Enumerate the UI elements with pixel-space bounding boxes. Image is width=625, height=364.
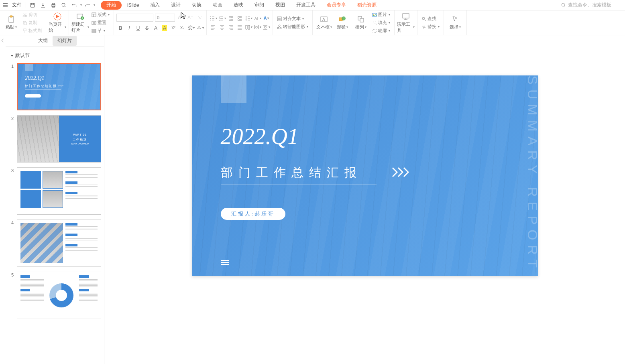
- tab-insert[interactable]: 插入: [145, 0, 165, 10]
- align-text-button[interactable]: 对齐文本▾: [275, 15, 310, 22]
- section-button[interactable]: 节▾: [90, 27, 111, 35]
- slide-thumb-5[interactable]: 5: [7, 269, 104, 321]
- tab-member[interactable]: 会员专享: [321, 0, 352, 10]
- undo-dropdown[interactable]: ▾: [80, 3, 82, 7]
- slide-title[interactable]: 部门工作总结汇报: [221, 165, 362, 181]
- distribute-v-icon[interactable]: ▾: [262, 23, 270, 31]
- fill-button[interactable]: 填充▾: [371, 19, 392, 26]
- copy-button[interactable]: 复制: [21, 19, 43, 26]
- undo-icon[interactable]: [69, 1, 79, 10]
- slide-thumb-2[interactable]: 2 PART 01 工作概况 WORK OVERVIEW: [7, 113, 104, 165]
- replace-button[interactable]: 替换▾: [420, 23, 441, 31]
- superscript-icon[interactable]: X²: [169, 24, 177, 32]
- svg-text:A: A: [254, 16, 257, 20]
- svg-point-21: [210, 16, 211, 17]
- tab-devtools[interactable]: 开发工具: [291, 0, 321, 10]
- svg-rect-41: [373, 29, 376, 33]
- smartart-button[interactable]: 转智能图形▾: [275, 23, 310, 31]
- align-justify-icon[interactable]: [236, 23, 244, 31]
- picture-button[interactable]: 图片▾: [371, 11, 392, 18]
- font-name-combo[interactable]: [116, 14, 153, 22]
- hamburger-icon: [221, 260, 230, 266]
- slide-thumb-1[interactable]: 1 2022.Q1 部门工作总结汇报 >>>: [7, 61, 104, 113]
- tab-docer[interactable]: 稻壳资源: [352, 0, 382, 10]
- font-size-combo[interactable]: 0: [155, 14, 175, 22]
- italic-icon[interactable]: I: [125, 24, 133, 32]
- outline-tab[interactable]: 大纲: [33, 36, 53, 46]
- font-color-icon[interactable]: A: [152, 24, 160, 32]
- collapse-panel-icon[interactable]: [0, 35, 6, 364]
- qat-customize[interactable]: ▾: [94, 3, 95, 7]
- increase-font-icon[interactable]: A⁺: [177, 14, 185, 22]
- slide-canvas-area[interactable]: 2022.Q1 部门工作总结汇报 汇报人:郝乐哥 SUMMARY REPORT: [104, 35, 625, 364]
- app-menu-icon[interactable]: [2, 2, 9, 9]
- align-left-icon[interactable]: [209, 23, 217, 31]
- distribute-h-icon[interactable]: ▾: [253, 23, 261, 31]
- font-effects-icon[interactable]: ▾: [196, 24, 204, 32]
- file-menu[interactable]: 文件: [10, 2, 24, 8]
- svg-rect-42: [403, 14, 409, 18]
- shape-button[interactable]: 形状▾: [334, 12, 351, 34]
- svg-rect-19: [92, 29, 96, 31]
- clear-format-icon[interactable]: [196, 14, 204, 22]
- line-spacing-icon[interactable]: ▾: [244, 14, 252, 22]
- slides-list[interactable]: 默认节 1 2022.Q1 部门工作总结汇报 >>> 2 P: [6, 47, 104, 364]
- new-slide-button[interactable]: 新建幻灯片▾: [71, 12, 89, 34]
- select-button[interactable]: 选择▾: [446, 12, 464, 34]
- slide-year[interactable]: 2022.Q1: [221, 124, 299, 149]
- slide-thumb-3[interactable]: 3: [7, 165, 104, 217]
- format-painter-button[interactable]: 格式刷: [21, 27, 43, 35]
- tab-design[interactable]: 设计: [165, 0, 186, 10]
- main-area: 大纲 幻灯片 默认节 1 2022.Q1 部门工作总结汇报 >>>: [0, 35, 625, 364]
- print-icon[interactable]: [49, 1, 58, 10]
- present-tools-button[interactable]: 演示工具▾: [397, 12, 415, 34]
- reset-button[interactable]: 重置: [90, 19, 111, 26]
- tab-start[interactable]: 开始: [101, 1, 122, 10]
- underline-icon[interactable]: U: [134, 24, 142, 32]
- arrange-button[interactable]: 排列▾: [352, 12, 370, 34]
- print-preview-icon[interactable]: [59, 1, 69, 10]
- export-icon[interactable]: [38, 1, 48, 10]
- slide-thumb-4[interactable]: 4: [7, 217, 104, 269]
- text-effects-icon[interactable]: A▾: [262, 14, 270, 22]
- columns-icon[interactable]: ▾: [244, 23, 252, 31]
- section-header[interactable]: 默认节: [7, 51, 104, 61]
- tab-review[interactable]: 审阅: [249, 0, 270, 10]
- strike-icon[interactable]: S: [143, 24, 151, 32]
- tab-islide[interactable]: iSlide: [122, 0, 145, 10]
- cut-button[interactable]: 剪切: [21, 11, 43, 18]
- numbering-icon[interactable]: 123▾: [218, 14, 226, 22]
- highlight-icon[interactable]: A: [161, 24, 169, 32]
- svg-point-29: [279, 25, 280, 26]
- change-case-icon[interactable]: 变▾: [187, 24, 195, 32]
- redo-icon[interactable]: [83, 1, 92, 10]
- divider-line: [221, 185, 377, 185]
- find-button[interactable]: 查找: [420, 15, 441, 22]
- svg-point-6: [562, 3, 565, 6]
- tab-animation[interactable]: 动画: [207, 0, 228, 10]
- slide-canvas[interactable]: 2022.Q1 部门工作总结汇报 汇报人:郝乐哥 SUMMARY REPORT: [192, 75, 538, 276]
- bold-icon[interactable]: B: [116, 24, 124, 32]
- command-search[interactable]: 查找命令、搜索模板: [561, 2, 623, 8]
- paste-button[interactable]: 粘贴▾: [2, 12, 20, 34]
- layout-button[interactable]: 版式▾: [90, 11, 111, 18]
- align-center-icon[interactable]: [218, 23, 226, 31]
- decrease-indent-icon[interactable]: [227, 14, 235, 22]
- from-current-button[interactable]: 当页开始▾: [49, 12, 66, 34]
- decrease-font-icon[interactable]: A⁻: [186, 14, 194, 22]
- increase-indent-icon[interactable]: [236, 14, 244, 22]
- search-placeholder: 查找命令、搜索模板: [568, 2, 611, 8]
- tab-transition[interactable]: 切换: [186, 0, 207, 10]
- tab-view[interactable]: 视图: [270, 0, 291, 10]
- svg-point-5: [62, 3, 65, 6]
- tab-slideshow[interactable]: 放映: [228, 0, 249, 10]
- slides-tab[interactable]: 幻灯片: [53, 36, 77, 46]
- bullets-icon[interactable]: ▾: [209, 14, 217, 22]
- save-icon[interactable]: [28, 1, 37, 10]
- align-right-icon[interactable]: [227, 23, 235, 31]
- text-direction-icon[interactable]: A▾: [253, 14, 261, 22]
- outline-button[interactable]: 轮廓▾: [371, 27, 392, 35]
- subscript-icon[interactable]: X₂: [178, 24, 186, 32]
- textbox-button[interactable]: A 文本框▾: [315, 12, 333, 34]
- reporter-pill[interactable]: 汇报人:郝乐哥: [221, 208, 286, 220]
